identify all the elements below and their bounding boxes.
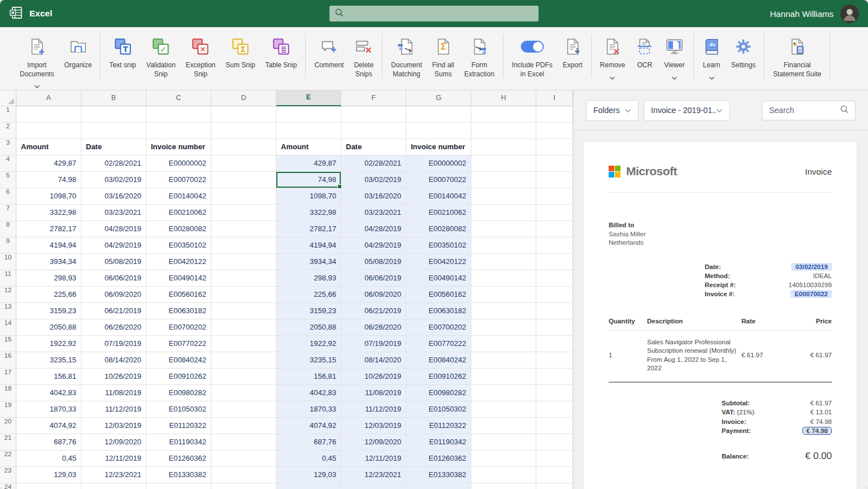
ribbon-button-text-snip[interactable]: TText snip — [104, 33, 141, 70]
cell-B18[interactable]: 11/08/2019 — [81, 385, 146, 401]
cell-F2[interactable] — [341, 123, 406, 139]
row-header-24[interactable]: 24 — [0, 483, 16, 489]
cell-A1[interactable] — [16, 106, 81, 123]
cell-I19[interactable] — [536, 401, 573, 418]
cell-G4[interactable]: E00000002 — [406, 155, 471, 172]
cell-C18[interactable]: E00980282 — [146, 385, 211, 401]
cell-D17[interactable] — [211, 369, 276, 385]
cell-A5[interactable]: 74,98 — [16, 172, 81, 188]
cell-D14[interactable] — [211, 319, 276, 336]
cell-A20[interactable]: 4074,92 — [16, 418, 81, 434]
cell-H24[interactable] — [471, 483, 536, 489]
cell-A12[interactable]: 225,66 — [16, 287, 81, 303]
cell-I6[interactable] — [536, 188, 573, 205]
cell-G13[interactable]: E00630182 — [406, 303, 471, 319]
cell-E19[interactable]: 1870,33 — [276, 401, 341, 418]
cell-C5[interactable]: E00070022 — [146, 172, 211, 188]
cell-B8[interactable]: 04/28/2019 — [81, 221, 146, 237]
cell-H11[interactable] — [471, 270, 536, 287]
cell-A4[interactable]: 429,87 — [16, 155, 81, 172]
cell-F23[interactable]: 12/23/2021 — [341, 467, 406, 483]
cell-C8[interactable]: E00280082 — [146, 221, 211, 237]
cell-E1[interactable] — [276, 106, 341, 123]
column-header-F[interactable]: F — [341, 90, 406, 106]
cell-I24[interactable] — [536, 483, 573, 489]
cell-D13[interactable] — [211, 303, 276, 319]
cell-A18[interactable]: 4042,83 — [16, 385, 81, 401]
row-header-5[interactable]: 5 — [0, 172, 16, 188]
row-header-1[interactable]: 1 — [0, 106, 16, 123]
cell-C22[interactable]: E01260362 — [146, 451, 211, 467]
cell-B22[interactable]: 12/11/2019 — [81, 451, 146, 467]
cell-E17[interactable]: 156,81 — [276, 369, 341, 385]
cell-H1[interactable] — [471, 106, 536, 123]
cell-D16[interactable] — [211, 352, 276, 369]
cell-D6[interactable] — [211, 188, 276, 205]
cell-I3[interactable] — [536, 139, 573, 155]
cell-E14[interactable]: 2050,88 — [276, 319, 341, 336]
cell-H13[interactable] — [471, 303, 536, 319]
cell-G19[interactable]: E01050302 — [406, 401, 471, 418]
cell-D9[interactable] — [211, 237, 276, 254]
ribbon-button-sum-snip[interactable]: ΣSum Snip — [220, 33, 260, 70]
ribbon-button-validation-snip[interactable]: ✓Validation Snip — [141, 33, 181, 79]
cell-F9[interactable]: 04/29/2019 — [341, 237, 406, 254]
cell-H21[interactable] — [471, 434, 536, 451]
cell-G14[interactable]: E00700202 — [406, 319, 471, 336]
cell-C3[interactable]: Invoice number — [146, 139, 211, 155]
cell-D20[interactable] — [211, 418, 276, 434]
cell-A8[interactable]: 2782,17 — [16, 221, 81, 237]
cell-A16[interactable]: 3235,15 — [16, 352, 81, 369]
cell-E9[interactable]: 4194,94 — [276, 237, 341, 254]
column-header-G[interactable]: G — [406, 90, 471, 106]
cell-E4[interactable]: 429,87 — [276, 155, 341, 172]
ribbon-button-delete-snips[interactable]: Delete Snips — [349, 33, 379, 79]
cell-D1[interactable] — [211, 106, 276, 123]
cell-G21[interactable]: E01190342 — [406, 434, 471, 451]
cell-D3[interactable] — [211, 139, 276, 155]
cell-D10[interactable] — [211, 254, 276, 270]
cell-A24[interactable] — [16, 483, 81, 489]
cell-D18[interactable] — [211, 385, 276, 401]
cell-D11[interactable] — [211, 270, 276, 287]
total-value-snip-highlight[interactable]: € 74.98 — [802, 427, 832, 435]
cell-H5[interactable] — [471, 172, 536, 188]
cell-C2[interactable] — [146, 123, 211, 139]
row-header-7[interactable]: 7 — [0, 205, 16, 221]
row-header-9[interactable]: 9 — [0, 237, 16, 254]
ribbon-button-form-extraction[interactable]: Form Extraction — [459, 33, 499, 79]
cell-I17[interactable] — [536, 369, 573, 385]
cell-C14[interactable]: E00700202 — [146, 319, 211, 336]
row-header-19[interactable]: 19 — [0, 401, 16, 418]
cell-B9[interactable]: 04/29/2019 — [81, 237, 146, 254]
cell-D21[interactable] — [211, 434, 276, 451]
cell-H3[interactable] — [471, 139, 536, 155]
cell-A23[interactable]: 129,03 — [16, 467, 81, 483]
cell-I23[interactable] — [536, 467, 573, 483]
cell-F22[interactable]: 12/11/2019 — [341, 451, 406, 467]
cell-D2[interactable] — [211, 123, 276, 139]
cell-F17[interactable]: 10/26/2019 — [341, 369, 406, 385]
cell-A14[interactable]: 2050,88 — [16, 319, 81, 336]
cell-G18[interactable]: E00980282 — [406, 385, 471, 401]
cell-G23[interactable]: E01330382 — [406, 467, 471, 483]
column-header-D[interactable]: D — [211, 90, 276, 106]
cell-C21[interactable]: E01190342 — [146, 434, 211, 451]
cell-I18[interactable] — [536, 385, 573, 401]
cell-D12[interactable] — [211, 287, 276, 303]
cell-G3[interactable]: Invoice number — [406, 139, 471, 155]
cell-I22[interactable] — [536, 451, 573, 467]
row-header-21[interactable]: 21 — [0, 434, 16, 451]
cell-A13[interactable]: 3159,23 — [16, 303, 81, 319]
cell-F18[interactable]: 11/08/2019 — [341, 385, 406, 401]
cell-G1[interactable] — [406, 106, 471, 123]
cell-E23[interactable]: 129,03 — [276, 467, 341, 483]
cell-A11[interactable]: 298,93 — [16, 270, 81, 287]
cell-C13[interactable]: E00630182 — [146, 303, 211, 319]
ribbon-button-settings[interactable]: Settings — [726, 33, 761, 70]
cell-G5[interactable]: E00070022 — [406, 172, 471, 188]
cell-I12[interactable] — [536, 287, 573, 303]
ribbon-button-learn[interactable]: dsLearn — [697, 33, 726, 77]
column-header-A[interactable]: A — [16, 90, 81, 106]
cell-C4[interactable]: E00000002 — [146, 155, 211, 172]
